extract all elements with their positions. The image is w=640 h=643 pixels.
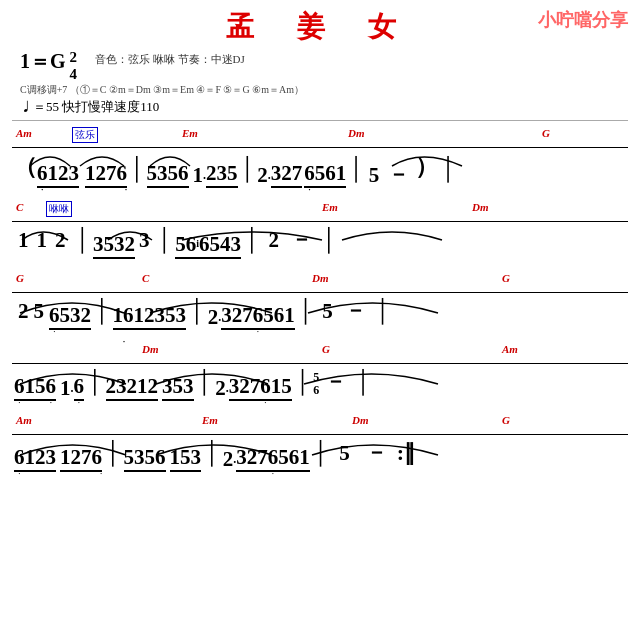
note-3-3: 3 bbox=[217, 161, 228, 186]
section-5: Am Em Dm G 6· 1 2 3 1 2 7 6· bbox=[12, 414, 628, 480]
barline-s2-2: │ bbox=[154, 227, 176, 259]
note-3-2: 3 bbox=[157, 161, 168, 186]
group-1dot6-s4: 1· 6· bbox=[60, 374, 84, 401]
n7-s5: 7 bbox=[81, 445, 92, 470]
barline-s4-3: │ bbox=[292, 369, 314, 401]
n3-s3c: 3 bbox=[155, 303, 166, 328]
n7-s5b: 7 bbox=[257, 445, 268, 470]
note-6-3: 6 bbox=[178, 161, 189, 186]
n5-s5d: 5 bbox=[278, 445, 289, 470]
n2-s5d: 2 bbox=[247, 445, 258, 470]
section-3: G C Dm G 2 5 6· 5 3 2 │ 1· 6 bbox=[12, 272, 628, 338]
n1-s4c: 1 bbox=[137, 374, 148, 399]
note-5-2: 5 bbox=[168, 161, 179, 186]
n2-s4d: 2 bbox=[215, 376, 226, 401]
note-5-4: 5 bbox=[315, 161, 326, 186]
note-3-1: 3 bbox=[69, 161, 80, 186]
rest-s4: － bbox=[319, 367, 352, 401]
group-1dot235: 1· 2 3 5 bbox=[193, 161, 238, 188]
n2-s3d: 2 bbox=[208, 305, 219, 330]
n3-alone: 3 bbox=[135, 228, 154, 259]
note-2-2: 2 bbox=[96, 161, 107, 186]
barline-s2-1: │ bbox=[72, 227, 94, 259]
n6-s5d: 6· bbox=[268, 445, 279, 470]
transpose-info: C调移调+7 （①＝C ②m＝Dm ③m＝Em ④＝F ⑤＝G ⑥m＝Am） bbox=[20, 83, 628, 97]
key-signature: 1＝G bbox=[20, 48, 66, 75]
main-title: 孟 姜 女 bbox=[226, 8, 414, 46]
n2-s5: 2 bbox=[35, 445, 46, 470]
n3-s3d: 3 bbox=[176, 303, 187, 328]
n3-s3: 3 bbox=[230, 232, 241, 257]
note-5-1: 5 bbox=[147, 161, 158, 186]
n5-s4: 5 bbox=[35, 374, 46, 399]
beam-353-s4: 3 5 3 bbox=[162, 374, 194, 401]
n3-s4c: 3 bbox=[183, 374, 194, 399]
n5-s5b: 5 bbox=[145, 445, 156, 470]
barline-s5-3: │ bbox=[310, 440, 332, 472]
barline-s3-2: │ bbox=[186, 298, 208, 330]
rest-s2: － bbox=[285, 225, 318, 259]
n5-s3f: 5 bbox=[316, 299, 339, 330]
n5-s3e: 5 bbox=[263, 303, 274, 328]
n3-s4: 3 bbox=[116, 374, 127, 399]
n3-s4d: 3 bbox=[229, 374, 240, 399]
beam-6123-s5: 6· 1 2 3 bbox=[14, 445, 56, 472]
beam-6561-s5: 6· 5 6 1 bbox=[268, 445, 310, 472]
n6-s4c: 6· bbox=[74, 374, 85, 399]
chord-G-3b: G bbox=[502, 272, 510, 284]
n5-1: 5 bbox=[104, 232, 115, 257]
chord-G-3: G bbox=[16, 272, 24, 284]
n5-s2: 5 bbox=[175, 232, 186, 257]
barline-s5-1: │ bbox=[102, 440, 124, 472]
final-barline: :‖ bbox=[395, 440, 417, 472]
n5-s3b: 5 bbox=[34, 299, 50, 330]
n1-s4: 1 bbox=[25, 374, 36, 399]
n5-s3c: 5 bbox=[60, 303, 71, 328]
n2-s4e: 2 bbox=[239, 374, 250, 399]
note-1-s2: 1 bbox=[14, 228, 37, 259]
chord-box-1: 弦乐 bbox=[72, 127, 98, 143]
chord-G-1: G bbox=[542, 127, 550, 139]
section-4: Dm G Am 6· 1 5 6· 1· 6· bbox=[12, 343, 628, 409]
beam-1612-s3: 1· 6 1 2 bbox=[113, 303, 155, 330]
n3-s5: 3 bbox=[134, 445, 145, 470]
n2-s4b: 2 bbox=[127, 374, 138, 399]
chord-row-5: Am Em Dm G bbox=[12, 414, 628, 434]
chord-row-4: Dm G Am bbox=[12, 343, 628, 363]
n5-s5: 5 bbox=[124, 445, 135, 470]
beam-327: 3 2 7 bbox=[271, 161, 303, 188]
n5-s5: 5 bbox=[331, 441, 358, 472]
chord-Em-5: Em bbox=[202, 414, 218, 426]
n2-s3e: 2 bbox=[232, 303, 243, 328]
beam-6-s4: 6· bbox=[74, 374, 85, 401]
beam-1276: 1 2 7 6· bbox=[85, 161, 127, 188]
note-2-4: 2 bbox=[257, 163, 268, 188]
n6-s4d: 6· bbox=[260, 374, 271, 399]
n6-s5c: 6 bbox=[155, 445, 166, 470]
open-paren: （ bbox=[14, 151, 37, 188]
note-1-1: 1 bbox=[48, 161, 59, 186]
beam-5356: 5 3 5 6 bbox=[147, 161, 189, 188]
beam-327-s5: 3 2 7 bbox=[236, 445, 268, 472]
note-5-3: 5 bbox=[227, 161, 238, 186]
n1-s5d: 1 bbox=[299, 445, 310, 470]
chord-Dm-3: Dm bbox=[312, 272, 329, 284]
n5-s4b: 5 bbox=[173, 374, 184, 399]
barline-s3-4: │ bbox=[372, 298, 394, 330]
n1-s4d: 1 bbox=[271, 374, 282, 399]
n5-s4c: 5 bbox=[281, 374, 292, 399]
n2-s4c: 2 bbox=[148, 374, 159, 399]
beam-6156: 6· 1 5 6· bbox=[14, 374, 56, 401]
n1-s5c: 1 bbox=[170, 445, 181, 470]
n1-s4b: 1 bbox=[60, 376, 71, 401]
barline-4: │ bbox=[438, 156, 458, 188]
n6i-s2: 6 bbox=[186, 232, 197, 257]
n1-s3c: 1 bbox=[284, 303, 295, 328]
title-area: 孟 姜 女 小咛噹分享 bbox=[12, 8, 628, 46]
beam-6561-s3: 6· 5 6 1 bbox=[253, 303, 295, 330]
note-6-5: 6 bbox=[325, 161, 336, 186]
chord-Dm-4: Dm bbox=[142, 343, 159, 355]
beam-6543: 6 5 4 3 bbox=[199, 232, 241, 259]
n2-s3c: 2 bbox=[144, 303, 155, 328]
time-signature: 2 4 bbox=[70, 49, 78, 83]
